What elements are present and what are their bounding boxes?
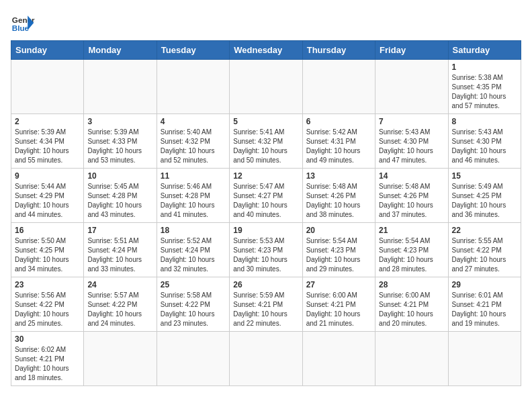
day-header-tuesday: Tuesday — [157, 41, 229, 60]
calendar-cell — [157, 60, 229, 114]
calendar-cell: 18Sunrise: 5:52 AM Sunset: 4:24 PM Dayli… — [157, 223, 229, 277]
calendar-header-row: SundayMondayTuesdayWednesdayThursdayFrid… — [11, 41, 521, 60]
calendar-cell: 7Sunrise: 5:43 AM Sunset: 4:30 PM Daylig… — [375, 114, 448, 169]
day-header-sunday: Sunday — [11, 41, 84, 60]
day-number: 26 — [233, 280, 298, 289]
day-info: Sunrise: 5:42 AM Sunset: 4:31 PM Dayligh… — [306, 128, 371, 165]
day-info: Sunrise: 5:44 AM Sunset: 4:29 PM Dayligh… — [15, 182, 80, 220]
calendar-cell — [84, 60, 157, 114]
calendar-cell: 11Sunrise: 5:46 AM Sunset: 4:28 PM Dayli… — [157, 169, 229, 223]
day-info: Sunrise: 5:51 AM Sunset: 4:24 PM Dayligh… — [87, 236, 152, 274]
calendar-cell: 19Sunrise: 5:53 AM Sunset: 4:23 PM Dayli… — [230, 223, 302, 277]
calendar-cell: 13Sunrise: 5:48 AM Sunset: 4:26 PM Dayli… — [302, 169, 375, 223]
day-info: Sunrise: 5:54 AM Sunset: 4:23 PM Dayligh… — [379, 236, 444, 274]
calendar-cell: 16Sunrise: 5:50 AM Sunset: 4:25 PM Dayli… — [11, 223, 84, 277]
calendar-cell: 20Sunrise: 5:54 AM Sunset: 4:23 PM Dayli… — [302, 223, 375, 277]
day-number: 15 — [452, 171, 517, 181]
day-number: 3 — [87, 117, 152, 126]
day-number: 28 — [379, 280, 444, 289]
calendar-table: SundayMondayTuesdayWednesdayThursdayFrid… — [11, 40, 521, 386]
day-info: Sunrise: 5:52 AM Sunset: 4:24 PM Dayligh… — [161, 236, 226, 274]
calendar-week-row: 23Sunrise: 5:56 AM Sunset: 4:22 PM Dayli… — [11, 277, 521, 332]
day-number: 19 — [233, 226, 298, 235]
day-info: Sunrise: 5:58 AM Sunset: 4:22 PM Dayligh… — [161, 291, 226, 328]
calendar-cell — [230, 332, 302, 386]
calendar-week-row: 16Sunrise: 5:50 AM Sunset: 4:25 PM Dayli… — [11, 223, 521, 277]
calendar-cell: 9Sunrise: 5:44 AM Sunset: 4:29 PM Daylig… — [11, 169, 84, 223]
day-number: 18 — [161, 226, 226, 235]
day-number: 27 — [306, 280, 371, 289]
day-info: Sunrise: 5:47 AM Sunset: 4:27 PM Dayligh… — [233, 182, 298, 220]
day-number: 29 — [452, 280, 517, 289]
day-info: Sunrise: 5:43 AM Sunset: 4:30 PM Dayligh… — [379, 128, 444, 165]
calendar-cell: 29Sunrise: 6:01 AM Sunset: 4:21 PM Dayli… — [448, 277, 521, 332]
calendar-week-row: 1Sunrise: 5:38 AM Sunset: 4:35 PM Daylig… — [11, 60, 521, 114]
calendar-cell: 25Sunrise: 5:58 AM Sunset: 4:22 PM Dayli… — [157, 277, 229, 332]
day-info: Sunrise: 6:00 AM Sunset: 4:21 PM Dayligh… — [379, 291, 444, 328]
day-info: Sunrise: 5:45 AM Sunset: 4:28 PM Dayligh… — [87, 182, 152, 220]
calendar-cell: 28Sunrise: 6:00 AM Sunset: 4:21 PM Dayli… — [375, 277, 448, 332]
day-number: 12 — [233, 171, 298, 181]
calendar-cell — [157, 332, 229, 386]
day-number: 10 — [87, 171, 152, 181]
calendar-cell: 30Sunrise: 6:02 AM Sunset: 4:21 PM Dayli… — [11, 332, 84, 386]
calendar-cell: 17Sunrise: 5:51 AM Sunset: 4:24 PM Dayli… — [84, 223, 157, 277]
calendar-cell: 22Sunrise: 5:55 AM Sunset: 4:22 PM Dayli… — [448, 223, 521, 277]
day-info: Sunrise: 5:39 AM Sunset: 4:34 PM Dayligh… — [15, 128, 80, 165]
calendar-cell: 4Sunrise: 5:40 AM Sunset: 4:32 PM Daylig… — [157, 114, 229, 169]
day-info: Sunrise: 5:38 AM Sunset: 4:35 PM Dayligh… — [452, 73, 517, 111]
day-number: 22 — [452, 226, 517, 235]
calendar-cell: 26Sunrise: 5:59 AM Sunset: 4:21 PM Dayli… — [230, 277, 302, 332]
day-number: 2 — [15, 117, 80, 126]
day-info: Sunrise: 6:01 AM Sunset: 4:21 PM Dayligh… — [452, 291, 517, 328]
day-header-saturday: Saturday — [448, 41, 521, 60]
day-number: 21 — [379, 226, 444, 235]
day-number: 1 — [452, 62, 517, 72]
day-number: 9 — [15, 171, 80, 181]
calendar-cell: 15Sunrise: 5:49 AM Sunset: 4:25 PM Dayli… — [448, 169, 521, 223]
logo: General Blue — [11, 11, 35, 35]
day-info: Sunrise: 5:48 AM Sunset: 4:26 PM Dayligh… — [306, 182, 371, 220]
day-info: Sunrise: 5:59 AM Sunset: 4:21 PM Dayligh… — [233, 291, 298, 328]
day-info: Sunrise: 5:55 AM Sunset: 4:22 PM Dayligh… — [452, 236, 517, 274]
day-header-monday: Monday — [84, 41, 157, 60]
calendar-cell: 24Sunrise: 5:57 AM Sunset: 4:22 PM Dayli… — [84, 277, 157, 332]
day-info: Sunrise: 5:49 AM Sunset: 4:25 PM Dayligh… — [452, 182, 517, 220]
calendar-cell — [302, 332, 375, 386]
day-number: 13 — [306, 171, 371, 181]
day-number: 20 — [306, 226, 371, 235]
page-header: General Blue — [11, 11, 521, 35]
calendar-cell: 3Sunrise: 5:39 AM Sunset: 4:33 PM Daylig… — [84, 114, 157, 169]
day-info: Sunrise: 5:41 AM Sunset: 4:32 PM Dayligh… — [233, 128, 298, 165]
calendar-cell — [448, 332, 521, 386]
day-number: 14 — [379, 171, 444, 181]
day-number: 8 — [452, 117, 517, 126]
day-number: 25 — [161, 280, 226, 289]
calendar-cell: 1Sunrise: 5:38 AM Sunset: 4:35 PM Daylig… — [448, 60, 521, 114]
day-info: Sunrise: 5:56 AM Sunset: 4:22 PM Dayligh… — [15, 291, 80, 328]
day-info: Sunrise: 5:48 AM Sunset: 4:26 PM Dayligh… — [379, 182, 444, 220]
day-number: 30 — [15, 334, 80, 344]
day-info: Sunrise: 5:43 AM Sunset: 4:30 PM Dayligh… — [452, 128, 517, 165]
calendar-cell: 21Sunrise: 5:54 AM Sunset: 4:23 PM Dayli… — [375, 223, 448, 277]
day-number: 17 — [87, 226, 152, 235]
calendar-week-row: 30Sunrise: 6:02 AM Sunset: 4:21 PM Dayli… — [11, 332, 521, 386]
day-number: 16 — [15, 226, 80, 235]
calendar-week-row: 2Sunrise: 5:39 AM Sunset: 4:34 PM Daylig… — [11, 114, 521, 169]
calendar-cell: 23Sunrise: 5:56 AM Sunset: 4:22 PM Dayli… — [11, 277, 84, 332]
day-header-thursday: Thursday — [302, 41, 375, 60]
day-info: Sunrise: 5:40 AM Sunset: 4:32 PM Dayligh… — [161, 128, 226, 165]
day-number: 23 — [15, 280, 80, 289]
day-number: 5 — [233, 117, 298, 126]
calendar-cell: 10Sunrise: 5:45 AM Sunset: 4:28 PM Dayli… — [84, 169, 157, 223]
day-info: Sunrise: 5:53 AM Sunset: 4:23 PM Dayligh… — [233, 236, 298, 274]
day-info: Sunrise: 6:00 AM Sunset: 4:21 PM Dayligh… — [306, 291, 371, 328]
day-info: Sunrise: 6:02 AM Sunset: 4:21 PM Dayligh… — [15, 345, 80, 383]
day-number: 6 — [306, 117, 371, 126]
calendar-cell — [11, 60, 84, 114]
calendar-cell — [302, 60, 375, 114]
calendar-cell: 14Sunrise: 5:48 AM Sunset: 4:26 PM Dayli… — [375, 169, 448, 223]
calendar-week-row: 9Sunrise: 5:44 AM Sunset: 4:29 PM Daylig… — [11, 169, 521, 223]
day-header-friday: Friday — [375, 41, 448, 60]
calendar-cell: 8Sunrise: 5:43 AM Sunset: 4:30 PM Daylig… — [448, 114, 521, 169]
